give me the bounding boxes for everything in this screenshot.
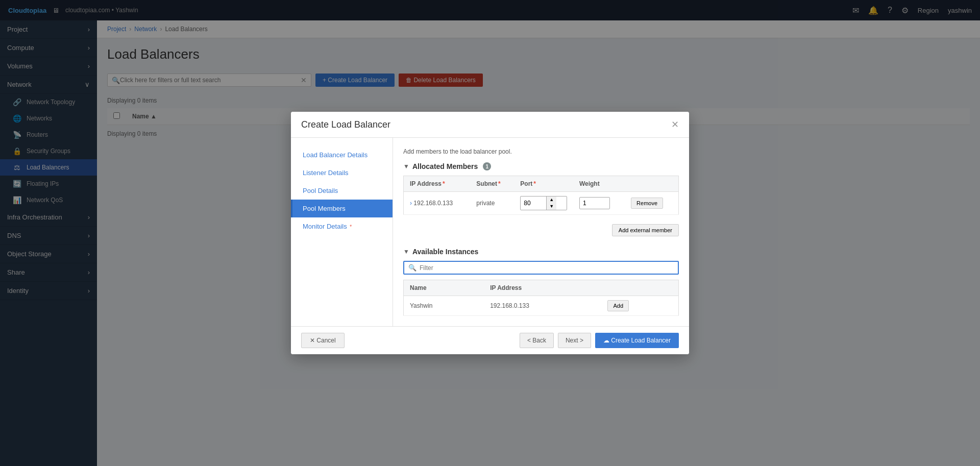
create-load-balancer-modal-button[interactable]: ☁ Create Load Balancer — [595, 333, 679, 348]
step-pool-details[interactable]: Pool Details — [291, 182, 393, 200]
modal-close-button[interactable]: ✕ — [671, 119, 679, 130]
steps-navigation: Load Balancer Details Listener Details P… — [291, 138, 393, 326]
filter-box[interactable]: 🔍 — [403, 261, 679, 275]
available-chevron-icon: ▼ — [403, 248, 409, 255]
port-input-wrapper: ▲ ▼ — [520, 196, 567, 210]
modal-content-area: Add members to the load balancer pool. ▼… — [393, 138, 689, 326]
port-stepper: ▲ ▼ — [546, 197, 556, 210]
allocated-chevron-icon: ▼ — [403, 163, 409, 170]
allocated-members-section-header[interactable]: ▼ Allocated Members 1 — [403, 162, 679, 170]
step-load-balancer-details[interactable]: Load Balancer Details — [291, 146, 393, 164]
port-decrement-button[interactable]: ▼ — [547, 203, 556, 210]
available-instances-header[interactable]: ▼ Available Instances — [403, 248, 679, 256]
step-pool-label: Pool Details — [303, 187, 338, 194]
pool-members-description: Add members to the load balancer pool. — [403, 148, 679, 155]
step-pool-members-label: Pool Members — [303, 205, 346, 212]
allocated-ip-address: 192.168.0.133 — [413, 200, 453, 207]
add-external-member-button[interactable]: Add external member — [612, 224, 679, 236]
add-instance-button[interactable]: Add — [607, 300, 629, 311]
allocated-port-cell: ▲ ▼ — [514, 192, 573, 215]
next-button[interactable]: Next > — [558, 333, 591, 348]
footer-right-buttons: < Back Next > ☁ Create Load Balancer — [520, 333, 679, 348]
allocated-subnet: private — [470, 192, 514, 215]
step-pool-members[interactable]: Pool Members — [291, 200, 393, 217]
allocated-row-toggle-cell: › 192.168.0.133 — [404, 192, 471, 215]
available-instances-table: Name IP Address Yashwin 192.168.0.133 Ad… — [403, 280, 679, 316]
instance-add-cell: Add — [601, 296, 678, 316]
col-port: Port* — [514, 176, 573, 192]
modal-footer: ✕ Cancel < Back Next > ☁ Create Load Bal… — [291, 326, 689, 354]
modal-title: Create Load Balancer — [301, 119, 390, 130]
col-subnet: Subnet* — [470, 176, 514, 192]
allocated-remove-cell: Remove — [625, 192, 678, 215]
allocated-member-row: › 192.168.0.133 private ▲ ▼ — [404, 192, 679, 215]
allocated-members-label: Allocated Members — [412, 162, 478, 170]
instance-ip: 192.168.0.133 — [484, 296, 601, 316]
col-instance-action — [601, 280, 678, 296]
allocated-weight-cell — [573, 192, 625, 215]
back-button[interactable]: < Back — [520, 333, 554, 348]
remove-member-button[interactable]: Remove — [631, 198, 663, 209]
col-ip-address: IP Address* — [404, 176, 471, 192]
modal-header: Create Load Balancer ✕ — [291, 112, 689, 138]
port-increment-button[interactable]: ▲ — [547, 197, 556, 203]
add-external-row: Add external member — [403, 221, 679, 239]
filter-search-icon: 🔍 — [408, 264, 416, 272]
modal-overlay: Create Load Balancer ✕ Load Balancer Det… — [0, 0, 980, 466]
step-listener-label: Listener Details — [303, 169, 349, 177]
modal-body: Load Balancer Details Listener Details P… — [291, 138, 689, 326]
port-input[interactable] — [521, 198, 546, 209]
allocated-info-badge: 1 — [483, 162, 491, 170]
col-actions — [625, 176, 678, 192]
step-monitor-required: * — [350, 224, 352, 230]
row-expand-toggle[interactable]: › — [410, 200, 412, 207]
col-instance-ip: IP Address — [484, 280, 601, 296]
instance-name: Yashwin — [404, 296, 484, 316]
step-lb-details-label: Load Balancer Details — [303, 151, 368, 159]
cancel-button[interactable]: ✕ Cancel — [301, 333, 345, 348]
available-instances-label: Available Instances — [412, 248, 478, 256]
instance-row: Yashwin 192.168.0.133 Add — [404, 296, 679, 316]
filter-input[interactable] — [420, 264, 674, 272]
create-load-balancer-modal: Create Load Balancer ✕ Load Balancer Det… — [291, 112, 689, 354]
step-listener-details[interactable]: Listener Details — [291, 164, 393, 182]
weight-input[interactable] — [579, 197, 610, 209]
available-instances-section: ▼ Available Instances 🔍 Name IP Address — [403, 248, 679, 316]
allocated-members-table: IP Address* Subnet* Port* Weight — [403, 176, 679, 215]
step-monitor-label: Monitor Details — [303, 223, 347, 230]
col-instance-name: Name — [404, 280, 484, 296]
col-weight: Weight — [573, 176, 625, 192]
step-monitor-details[interactable]: Monitor Details * — [291, 217, 393, 235]
